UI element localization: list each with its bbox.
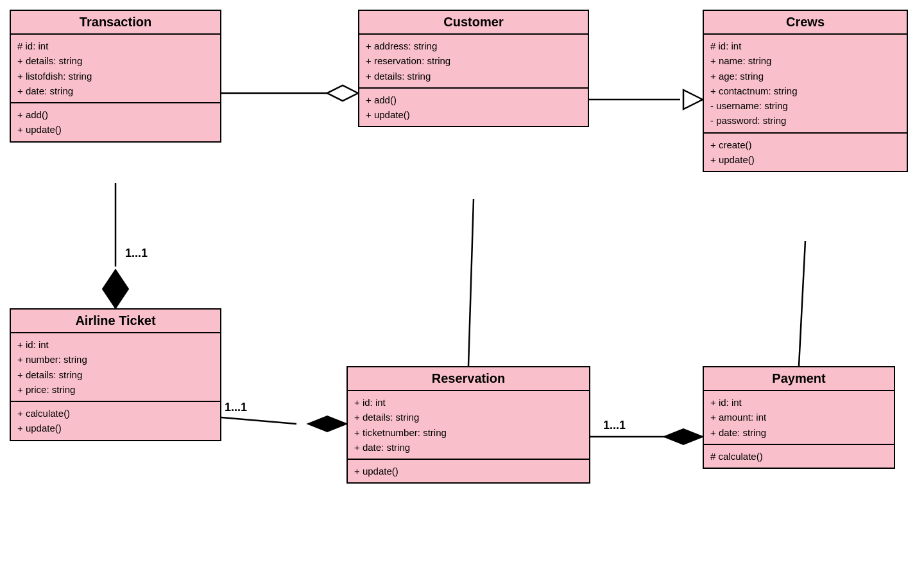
method-row: + add()	[17, 107, 214, 122]
svg-marker-11	[308, 416, 346, 432]
attr-row: + id: int	[354, 395, 583, 410]
attr-row: # id: int	[710, 39, 900, 53]
attr-row: + reservation: string	[366, 53, 581, 68]
svg-text:1...1: 1...1	[125, 247, 148, 259]
method-row: + update()	[17, 122, 214, 137]
svg-marker-5	[103, 270, 128, 308]
method-row: + update()	[366, 107, 581, 122]
class-reservation-title: Reservation	[348, 367, 589, 391]
attr-row: - password: string	[710, 113, 900, 128]
svg-marker-14	[664, 429, 703, 444]
class-transaction-title: Transaction	[11, 11, 220, 35]
attr-row: - username: string	[710, 98, 900, 113]
attr-row: + number: string	[17, 352, 214, 367]
class-airline-ticket-attributes: + id: int + number: string + details: st…	[11, 333, 220, 402]
attr-row: + date: string	[710, 425, 887, 440]
svg-line-7	[468, 199, 474, 366]
attr-row: + ticketnumber: string	[354, 425, 583, 440]
attr-row: + contactnum: string	[710, 83, 900, 98]
attr-row: + amount: int	[710, 410, 887, 425]
method-row: + update()	[710, 152, 900, 167]
class-airline-ticket-methods: + calculate() + update()	[11, 402, 220, 440]
method-row: + update()	[17, 421, 214, 435]
svg-marker-1	[327, 85, 358, 101]
attr-row: + id: int	[17, 337, 214, 352]
class-crews: Crews # id: int + name: string + age: st…	[703, 10, 908, 172]
attr-row: + listofdish: string	[17, 69, 214, 83]
attr-row: + id: int	[710, 395, 887, 410]
attr-row: + date: string	[354, 440, 583, 455]
attr-row: + details: string	[366, 69, 581, 83]
attr-row: + price: string	[17, 382, 214, 397]
class-customer-title: Customer	[359, 11, 588, 35]
class-transaction-methods: + add() + update()	[11, 103, 220, 141]
class-customer-methods: + add() + update()	[359, 89, 588, 127]
uml-diagram: 1...1 1...1 1...1 Transaction # id: int …	[0, 0, 924, 578]
svg-line-9	[221, 417, 296, 424]
class-airline-ticket-title: Airline Ticket	[11, 310, 220, 333]
class-payment: Payment + id: int + amount: int + date: …	[703, 366, 895, 469]
class-crews-attributes: # id: int + name: string + age: string +…	[704, 35, 907, 134]
method-row: + calculate()	[17, 406, 214, 421]
attr-row: # id: int	[17, 39, 214, 53]
svg-line-8	[799, 241, 805, 366]
attr-row: + address: string	[366, 39, 581, 53]
class-crews-methods: + create() + update()	[704, 134, 907, 171]
attr-row: + details: string	[17, 53, 214, 68]
class-payment-methods: # calculate()	[704, 445, 894, 468]
class-reservation-methods: + update()	[348, 460, 589, 482]
attr-row: + details: string	[354, 410, 583, 425]
class-customer: Customer + address: string + reservation…	[358, 10, 589, 127]
attr-row: + date: string	[17, 83, 214, 98]
method-row: + add()	[366, 92, 581, 107]
method-row: # calculate()	[710, 449, 887, 464]
method-row: + create()	[710, 137, 900, 152]
method-row: + update()	[354, 464, 583, 478]
class-transaction-attributes: # id: int + details: string + listofdish…	[11, 35, 220, 103]
attr-row: + name: string	[710, 53, 900, 68]
class-transaction: Transaction # id: int + details: string …	[10, 10, 221, 143]
class-customer-attributes: + address: string + reservation: string …	[359, 35, 588, 89]
svg-text:1...1: 1...1	[225, 401, 247, 414]
class-reservation-attributes: + id: int + details: string + ticketnumb…	[348, 391, 589, 460]
class-reservation: Reservation + id: int + details: string …	[346, 366, 590, 484]
class-payment-attributes: + id: int + amount: int + date: string	[704, 391, 894, 445]
svg-text:1...1: 1...1	[603, 419, 626, 432]
svg-marker-3	[683, 90, 703, 109]
class-airline-ticket: Airline Ticket + id: int + number: strin…	[10, 308, 221, 441]
attr-row: + details: string	[17, 367, 214, 382]
class-crews-title: Crews	[704, 11, 907, 35]
attr-row: + age: string	[710, 69, 900, 83]
class-payment-title: Payment	[704, 367, 894, 391]
